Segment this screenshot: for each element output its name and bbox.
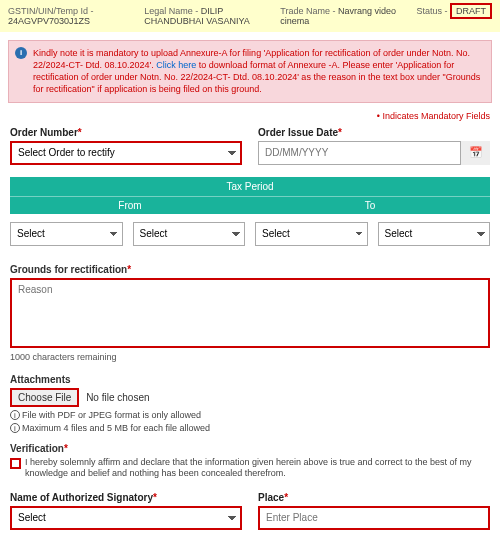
place-input[interactable] [258,506,490,530]
from-year-select[interactable]: Select [133,222,246,246]
gstin-label: GSTIN/UIN/Temp Id - [8,6,94,16]
file-format-note: iFile with PDF or JPEG format is only al… [10,410,490,420]
order-date-label: Order Issue Date* [258,127,490,138]
to-year-select[interactable]: Select [378,222,491,246]
attachments-label: Attachments [10,374,490,385]
trade-name-block: Trade Name - Navrang video cinema [280,6,408,26]
verification-label: Verification* [10,443,68,454]
grounds-remaining: 1000 characters remaining [10,352,490,362]
order-number-label: Order Number* [10,127,242,138]
signatory-select[interactable]: Select [10,506,242,530]
info-banner: i Kindly note it is mandatory to upload … [8,40,492,103]
download-annexure-link[interactable]: Click here [156,60,196,70]
order-number-select[interactable]: Select Order to rectify [10,141,242,165]
from-month-select[interactable]: Select [10,222,123,246]
no-file-text: No file chosen [86,392,149,403]
grounds-textarea[interactable] [10,278,490,348]
signatory-name-label: Name of Authorized Signatory* [10,492,242,503]
verification-checkbox[interactable] [10,458,21,469]
mandatory-note: • Indicates Mandatory Fields [0,111,500,125]
calendar-icon[interactable]: 📅 [460,141,490,165]
choose-file-button[interactable]: Choose File [10,388,79,407]
tax-period-title: Tax Period [10,177,490,196]
info-icon: i [15,47,27,59]
gstin-block: GSTIN/UIN/Temp Id - 24AGVPV7030J1ZS [8,6,136,26]
status-badge: DRAFT [450,3,492,19]
status-block: Status - DRAFT [416,6,492,26]
order-date-input[interactable] [258,141,490,165]
grounds-label: Grounds for rectification* [10,264,490,275]
tax-period-to-header: To [250,196,490,214]
legal-name-block: Legal Name - DILIP CHANDUBHAI VASANIYA [144,6,272,26]
status-label: Status - [416,6,447,16]
verification-text: I hereby solemnly affirm and declare tha… [25,457,490,480]
trade-label: Trade Name - [280,6,338,16]
tax-period-section: Tax Period From To Select Select Select … [10,177,490,254]
info-circle-icon: i [10,423,20,433]
tax-period-from-header: From [10,196,250,214]
to-month-select[interactable]: Select [255,222,368,246]
header-bar: GSTIN/UIN/Temp Id - 24AGVPV7030J1ZS Lega… [0,0,500,32]
file-limit-note: iMaximum 4 files and 5 MB for each file … [10,423,490,433]
place-label: Place* [258,492,490,503]
gstin-value: 24AGVPV7030J1ZS [8,16,90,26]
info-circle-icon: i [10,410,20,420]
legal-label: Legal Name - [144,6,201,16]
